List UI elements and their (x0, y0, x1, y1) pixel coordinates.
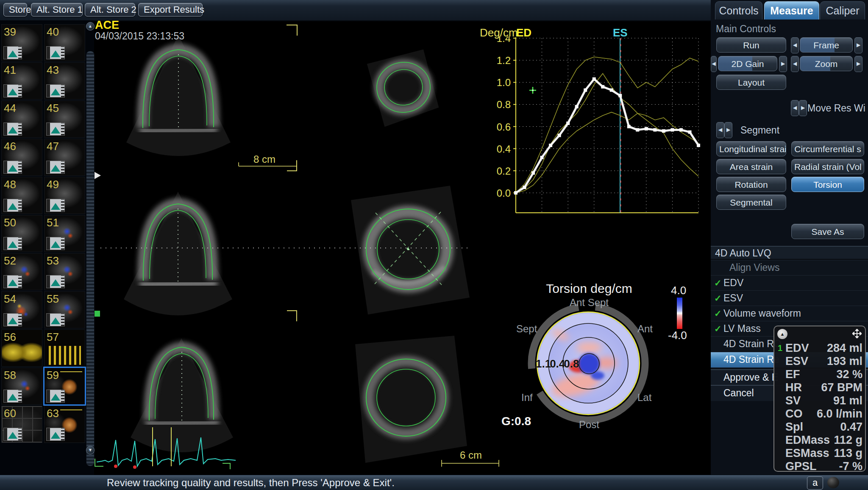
ring-value-1: 1.1 (536, 357, 551, 370)
thumbnail-39[interactable]: 39 (1, 24, 42, 61)
cine-clip-icon (46, 46, 65, 59)
measurement-results-panel[interactable]: ▲ 1 EDV284 ml ESV193 ml EF32 % HR67 BPM … (773, 326, 866, 472)
thumbnail-41[interactable]: 41 (1, 62, 42, 100)
thumbnail-56[interactable]: 56 (1, 329, 42, 367)
thumbnail-57[interactable]: 57 (44, 329, 85, 367)
colorbar-min-label: -4.0 (668, 329, 687, 342)
edge-marker-white (94, 172, 101, 179)
torsion-button[interactable]: Torsion (791, 177, 864, 192)
longitudinal-strain-button[interactable]: Longitudinal strai (716, 141, 786, 156)
frame-button[interactable]: Frame (800, 37, 853, 53)
thumbnail-54[interactable]: 54 (1, 291, 42, 329)
area-strain-button[interactable]: Area strain (716, 159, 786, 174)
lvq-item-esv[interactable]: ✓ESV (711, 290, 868, 306)
cine-clip-icon (3, 390, 22, 403)
thumbnail-52[interactable]: 52 (1, 253, 42, 290)
ring-values: 1.10.40.8 (536, 357, 578, 370)
segmental-button[interactable]: Segmental (716, 195, 786, 210)
thumbnail-59[interactable]: 59 (43, 367, 86, 406)
thumbnail-40[interactable]: 40 (44, 24, 85, 61)
svg-text:0.2: 0.2 (497, 165, 511, 177)
cine-clip-icon (3, 199, 22, 212)
cine-clip-icon (3, 428, 22, 441)
svg-text:1.0: 1.0 (497, 77, 511, 88)
thumbnail-53[interactable]: 53 (44, 253, 85, 290)
move-panel-icon[interactable] (852, 329, 862, 338)
torsion-curve-chart: 0.00.20.40.60.81.01.21.4 (487, 36, 704, 216)
result-row-co: CO6.0 l/min (774, 407, 867, 420)
thumbnail-number: 41 (4, 64, 16, 77)
segment-prev-icon[interactable]: ◀ (716, 122, 724, 138)
check-icon: ✓ (714, 306, 722, 321)
layout-button[interactable]: Layout (716, 75, 786, 90)
thumbnail-number: 57 (47, 331, 59, 344)
scrollbar-down-button[interactable]: ▼ (86, 446, 95, 454)
colorbar (677, 298, 682, 329)
move-res-right-icon[interactable]: ▶ (799, 100, 807, 116)
sax-view-2 (351, 186, 470, 315)
gain-button[interactable]: 2D Gain (718, 56, 777, 71)
thumbnail-44[interactable]: 44 (1, 100, 42, 138)
tab-measure[interactable]: Measure (764, 1, 819, 19)
segment-next-icon[interactable]: ▶ (724, 122, 732, 138)
thumbnail-49[interactable]: 49 (44, 177, 85, 214)
thumbnail-scrollbar[interactable] (86, 51, 95, 466)
check-icon: ✓ (714, 321, 722, 336)
result-row-ef: EF32 % (774, 368, 867, 381)
apical-view-1 (126, 35, 231, 156)
frame-prev-icon[interactable]: ◀ (791, 37, 799, 53)
thumbnail-60[interactable]: 60 (1, 406, 42, 443)
segment-label-lat: Lat (637, 392, 651, 404)
thumbnail-58[interactable]: 58 (1, 368, 42, 405)
ring-value-3: 0.8 (564, 357, 579, 370)
thumbnail-47[interactable]: 47 (44, 139, 85, 176)
lvq-item-edv[interactable]: ✓EDV (711, 275, 868, 291)
thumbnail-55[interactable]: 55 (44, 291, 85, 329)
thumbnail-50[interactable]: 50 (1, 215, 42, 252)
svg-text:0.0: 0.0 (497, 187, 511, 199)
scrollbar-up-button[interactable]: ▲ (86, 22, 95, 31)
cine-clip-icon (46, 161, 65, 174)
segment-label-inf: Inf (521, 392, 533, 404)
cine-clip-icon (46, 237, 65, 250)
run-button[interactable]: Run (716, 37, 786, 53)
trackball-icon[interactable] (827, 477, 839, 488)
global-torsion-value: G:0.8 (501, 415, 531, 428)
collapse-panel-button[interactable]: ▲ (777, 329, 787, 339)
thumbnail-51[interactable]: 51 (44, 215, 85, 252)
lvq-item-volume-waveform[interactable]: ✓Volume waveform (711, 306, 868, 321)
radial-strain-button[interactable]: Radial strain (Vol (791, 159, 864, 174)
colorbar-max-label: 4.0 (671, 284, 686, 297)
gain-down-icon[interactable]: ◀ (711, 56, 717, 72)
thumbnail-45[interactable]: 45 (44, 100, 85, 138)
move-res-left-icon[interactable]: ◀ (791, 100, 799, 116)
zoom-in-icon[interactable]: ▶ (854, 56, 862, 72)
frame-next-icon[interactable]: ▶ (854, 37, 862, 53)
thumbnail-number: 52 (4, 254, 16, 267)
thumbnail-number: 40 (47, 25, 59, 39)
ring-value-2: 0.4 (550, 357, 565, 370)
thumbnail-48[interactable]: 48 (1, 177, 42, 214)
result-row-esmass: ESMass113 g (774, 447, 867, 460)
save-as-button[interactable]: Save As (791, 224, 864, 239)
cine-clip-icon (46, 84, 65, 97)
segment-label: Segment (740, 125, 779, 136)
zoom-button[interactable]: Zoom (800, 56, 853, 71)
segment-label-sept: Sept (516, 323, 537, 335)
thumbnail-number: 54 (4, 292, 16, 306)
rotation-button[interactable]: Rotation (716, 177, 786, 192)
zoom-out-icon[interactable]: ◀ (791, 56, 799, 72)
circumferential-strain-button[interactable]: Circumferential s (791, 141, 864, 156)
tab-caliper[interactable]: Caliper (820, 1, 865, 19)
thumbnail-number: 53 (47, 254, 59, 267)
tab-controls[interactable]: Controls (715, 1, 762, 19)
result-row-esv: ESV193 ml (774, 355, 867, 368)
annotation-text-button[interactable]: a (807, 476, 823, 490)
scale-label-bottom: 6 cm (460, 449, 482, 461)
thumbnail-63[interactable]: 63 (44, 406, 85, 443)
thumbnail-46[interactable]: 46 (1, 139, 42, 176)
gain-up-icon[interactable]: ▶ (779, 56, 787, 72)
lvq-item-align-views[interactable]: Align Views (711, 260, 868, 276)
bullseye-title: Torsion deg/cm (526, 281, 653, 296)
thumbnail-43[interactable]: 43 (44, 62, 85, 100)
